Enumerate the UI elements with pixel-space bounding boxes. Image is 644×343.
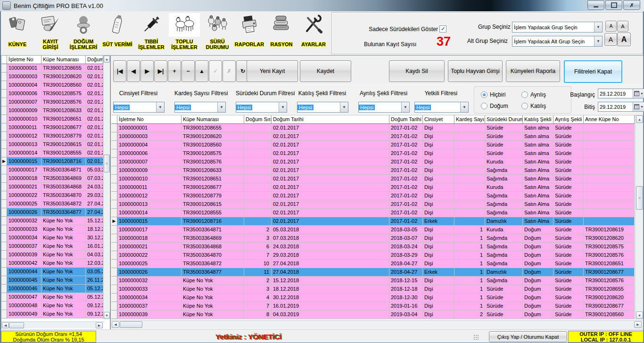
sidebar-vscroll-thumb[interactable]: ≡ xyxy=(104,155,110,172)
list-item[interactable]: 1000000004TR3900120856002.01.20 xyxy=(1,81,110,90)
scrollbar-right-icon[interactable]: ▶ xyxy=(96,322,103,328)
close-button[interactable]: ✗ xyxy=(623,0,640,10)
scrollbar-down-icon[interactable]: ▼ xyxy=(636,311,643,319)
table-row[interactable]: 1000000017TR35003364871205.03.20182018-0… xyxy=(111,226,635,234)
list-item[interactable]: 1000000046Küpe No Yok05.12.20 xyxy=(1,285,110,293)
sidebar-hscroll-thumb[interactable] xyxy=(9,322,24,328)
table-row[interactable]: ▶1000000015TR3900120871602.01.20172017-0… xyxy=(111,217,635,226)
chevron-down-icon[interactable]: ▼ xyxy=(156,102,164,112)
toolbar-item-ayarlar[interactable]: AYARLAR xyxy=(298,13,329,54)
list-item[interactable]: 1000000025TR3500336487227.04.20 xyxy=(1,200,110,208)
list-item[interactable]: 1000000045Küpe No Yok26.11.20 xyxy=(1,276,110,285)
maximize-button[interactable] xyxy=(605,0,622,10)
close-filters-button[interactable]: Filitreleri Kapat xyxy=(564,60,622,83)
list-item[interactable]: 1000000010TR3900120865102.01.20 xyxy=(1,115,110,123)
table-row[interactable]: 1000000012TR3900120877902.01.20172017-01… xyxy=(111,192,635,200)
table-row[interactable]: 1000000007TR3900120857602.01.20172017-01… xyxy=(111,158,635,166)
table-row[interactable]: 1000000004TR3900120856002.01.20172017-01… xyxy=(111,141,635,149)
font-size-m-button[interactable]: A xyxy=(604,33,617,46)
toolbar-item-rasyon[interactable]: RASYON xyxy=(266,13,297,54)
scrollbar-down-icon[interactable]: ▼ xyxy=(104,312,110,319)
table-row[interactable]: 1000000010TR3900120865102.01.20172017-01… xyxy=(111,175,635,183)
font-size-xs-button[interactable]: A xyxy=(605,21,617,32)
list-item[interactable]: 1000000012TR3900120877902.01.20 xyxy=(1,132,110,140)
list-item[interactable]: 1000000007TR3900120857602.01.20 xyxy=(1,98,110,106)
table-row[interactable]: 1000000003TR3900120862002.01.20172017-01… xyxy=(111,132,635,141)
bulk-animal-entry-button[interactable]: Toplu Hayvan Girişi xyxy=(448,60,503,82)
subgroup-select-combo[interactable]: İşlem Yapılacak Alt Grup Seçin ▼ xyxy=(512,36,603,47)
list-item[interactable]: 1000000047Küpe No Yok05.12.20 xyxy=(1,293,110,302)
list-item[interactable]: 1000000034Küpe No Yok30.12.20 xyxy=(1,234,110,242)
list-item[interactable]: 1000000042Küpe No Yok12.03.20 xyxy=(1,259,110,268)
radio-ayrılış[interactable]: Ayrılış xyxy=(521,91,546,98)
toolbar-item-raporlar[interactable]: RAPORLAR xyxy=(234,13,265,54)
filter-combo-2[interactable]: Hepsi▼ xyxy=(174,102,226,113)
table-row[interactable]: 1000000039Küpe No Yok804.03.20192019-03-… xyxy=(111,310,635,319)
list-item[interactable]: ▶1000000015TR3900120871602.01.20 xyxy=(1,157,110,166)
filter-combo-4[interactable]: Hepsi▼ xyxy=(297,102,348,113)
list-item[interactable]: 1000000014TR3900120855502.01.20 xyxy=(1,149,110,157)
list-item[interactable]: 1000000032Küpe No Yok15.12.20 xyxy=(1,217,110,225)
toolbar-item-dogum-islemleri[interactable]: DOĞUM İŞLEMLERİ xyxy=(68,13,99,54)
chevron-down-icon[interactable]: ▼ xyxy=(279,102,287,112)
date-start-input[interactable]: 29.12.2019 ▼ xyxy=(598,89,644,98)
table-row[interactable]: 1000000026TR350033648771127.04.20182018-… xyxy=(111,268,635,277)
scrollbar-left-icon[interactable]: ◀ xyxy=(112,321,119,328)
list-item[interactable]: 1000000018TR3500336486907.03.20 xyxy=(1,174,110,183)
list-item[interactable]: 1000000039Küpe No Yok04.03.20 xyxy=(1,251,110,259)
table-row[interactable]: 1000000034Küpe No Yok430.12.20182018-12-… xyxy=(111,294,635,302)
nav-first-button[interactable]: |◀ xyxy=(113,60,126,82)
scrollbar-right-icon[interactable]: ▶ xyxy=(634,321,642,328)
toolbar-item-tibbi-islemler[interactable]: TIBBİ İŞLEMLER xyxy=(136,13,167,54)
report-tags-button[interactable]: Künyeleri Raporla xyxy=(506,60,560,82)
grid-vscroll-thumb[interactable]: ≡ xyxy=(636,186,643,210)
list-item[interactable]: 1000000022TR3500336487029.03.20 xyxy=(1,191,110,200)
filter-combo-6[interactable]: Hepsi▼ xyxy=(414,102,469,113)
table-row[interactable]: 1000000011TR3900120867702.01.20172017-01… xyxy=(111,183,635,192)
toolbar-item-sut-verimi[interactable]: SÜT VERİMİ xyxy=(102,13,133,54)
grid-hscroll-thumb[interactable] xyxy=(120,321,142,328)
list-item[interactable]: 1000000013TR3900120861502.01.20 xyxy=(1,140,110,149)
scrollbar-up-icon[interactable]: ▲ xyxy=(636,115,643,123)
radio-hiçbiri[interactable]: Hiçbiri xyxy=(481,91,505,98)
date-end-input[interactable]: 29.12.2019 ▼ xyxy=(598,102,644,112)
new-record-button[interactable]: Yeni Kayıt xyxy=(247,60,298,82)
logout-button[interactable]: Çıkış Yap / Oturumu Kapat xyxy=(489,331,567,342)
nav-post-button[interactable]: ✓ xyxy=(209,60,222,82)
toolbar-item-toplu-islemler[interactable]: TOPLU İŞLEMLER xyxy=(169,13,200,54)
chevron-down-icon[interactable]: ▼ xyxy=(594,22,602,32)
chevron-down-icon[interactable]: ▼ xyxy=(340,102,348,112)
show-only-herd-checkbox[interactable]: ✓ xyxy=(439,25,446,33)
list-item[interactable]: 1000000026TR3500336487727.04.20 xyxy=(1,208,110,217)
group-select-combo[interactable]: İşlem Yapılacak Grup Seçin ▼ xyxy=(512,22,603,33)
delete-record-button[interactable]: Kaydı Sil xyxy=(389,60,445,82)
table-row[interactable]: 1000000013TR3900120861502.01.20172017-01… xyxy=(111,200,635,209)
chevron-down-icon[interactable]: ▼ xyxy=(401,102,409,112)
table-row[interactable]: 1000000032Küpe No Yok215.12.20182018-12-… xyxy=(111,277,635,285)
font-size-l-button[interactable]: A xyxy=(617,33,631,46)
table-row[interactable]: 1000000018TR35003364869307.03.20182018-0… xyxy=(111,234,635,243)
table-row[interactable]: 1000000021TR35003364868624.03.20182018-0… xyxy=(111,243,635,251)
table-row[interactable]: 1000000025TR350033648721027.04.20182018-… xyxy=(111,260,635,268)
table-row[interactable]: 1000000033Küpe No Yok318.12.20182018-12-… xyxy=(111,285,635,294)
list-item[interactable]: 1000000017TR3500336487105.03.20 xyxy=(1,166,110,174)
chevron-down-icon[interactable]: ▼ xyxy=(594,36,602,46)
save-button[interactable]: Kaydet xyxy=(300,60,351,82)
nav-insert-button[interactable]: + xyxy=(168,60,181,82)
grid-horizontal-scrollbar[interactable]: ◀ ▶ xyxy=(111,320,642,328)
list-item[interactable]: 1000000011TR3900120867702.01.20 xyxy=(1,123,110,132)
calendar-button[interactable]: ▼ xyxy=(633,102,644,111)
minimize-button[interactable] xyxy=(587,0,604,10)
radio-doğum[interactable]: Doğum xyxy=(481,103,508,109)
nav-edit-button[interactable]: ▲ xyxy=(195,60,208,82)
filter-combo-3[interactable]: Hepsi▼ xyxy=(236,102,287,113)
nav-delete-button[interactable]: − xyxy=(182,60,195,82)
sidebar-vertical-scrollbar[interactable]: ▲ ≡ ▼ xyxy=(103,56,109,319)
list-item[interactable]: 1000000009TR3900120863302.01.20 xyxy=(1,106,110,115)
list-item[interactable]: 1000000021TR3500336486824.03.20 xyxy=(1,183,110,191)
nav-next-button[interactable]: ▶ xyxy=(140,60,154,82)
grid-vertical-scrollbar[interactable]: ▲ ≡ ▼ xyxy=(635,115,643,319)
nav-prior-button[interactable]: ◀ xyxy=(127,60,140,82)
table-row[interactable]: 1000000001TR3900120865502.01.20172017-01… xyxy=(111,124,635,132)
font-size-s-button[interactable]: A xyxy=(617,21,628,32)
